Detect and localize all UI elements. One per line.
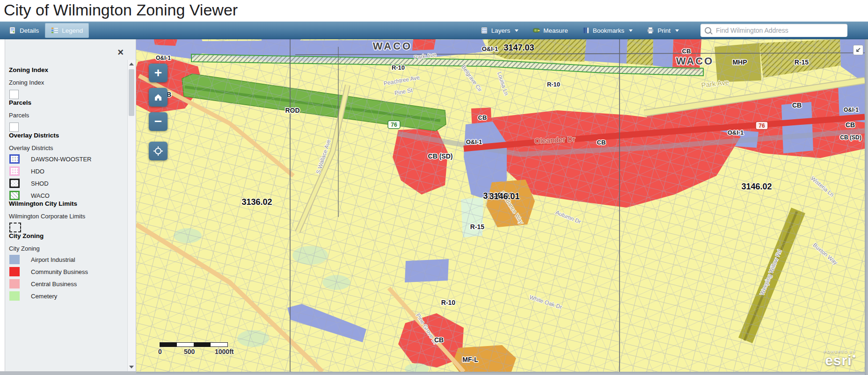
cemetery-swatch xyxy=(9,291,20,301)
print-icon xyxy=(647,27,654,34)
map-canvas[interactable]: Park AvePeachtree AvePine StBelgrave Cir… xyxy=(136,39,865,372)
legend-section-title: Wilmington City Limits xyxy=(5,200,136,207)
page-title: City of Wilmington Zoning Viewer xyxy=(4,1,238,19)
legend-panel: Zoning Index Zoning Index Parcels Parcel… xyxy=(5,39,136,371)
details-button[interactable]: Details xyxy=(3,23,45,38)
map-bottom-edge xyxy=(136,372,865,375)
route-shield: 76 xyxy=(388,121,400,129)
measure-button-label: Measure xyxy=(543,27,568,34)
layers-button-label: Layers xyxy=(491,27,511,34)
community-business-swatch xyxy=(9,267,20,276)
legend-item-label: HDO xyxy=(31,168,44,175)
legend-item-label: DAWSON-WOOSTER xyxy=(31,156,92,163)
toolbar-tools: Layers Measure Bookmarks xyxy=(481,24,865,37)
map-label: R-10 xyxy=(392,64,405,71)
legend-section-title: Overlay Districts xyxy=(5,132,136,139)
legend-layer-label: Zoning Index xyxy=(9,79,136,86)
scale-label-0: 0 xyxy=(158,348,162,355)
address-search-box xyxy=(700,24,847,37)
route-shield: 76 xyxy=(756,122,768,130)
map-label: WACO xyxy=(676,55,714,67)
legend-item: DAWSON-WOOSTER xyxy=(5,154,136,164)
legend-section-title: City Zoning xyxy=(5,232,136,239)
parcels-swatch xyxy=(9,123,19,132)
map-label: R-15 xyxy=(795,58,809,66)
zoom-in-button[interactable]: + xyxy=(149,64,168,82)
legend-item-label: SHOD xyxy=(31,180,49,187)
zoom-out-button[interactable]: − xyxy=(149,112,168,131)
scale-bar-segments xyxy=(160,342,228,347)
bookmarks-button-label: Bookmarks xyxy=(593,27,625,34)
panel-scrollbar[interactable] xyxy=(127,60,136,371)
corporate-limits-swatch xyxy=(9,223,21,232)
map-label: MHP xyxy=(732,58,747,66)
panel-bottom-edge xyxy=(0,371,136,375)
scale-label-1000: 1000ft xyxy=(215,348,233,355)
legend-icon xyxy=(51,27,58,34)
waco-swatch xyxy=(9,191,20,200)
map-label: O&I-1 xyxy=(728,129,744,136)
map-label: CB (SD) xyxy=(840,134,861,141)
legend-item-label: Airport Industrial xyxy=(31,256,75,263)
bookmarks-button[interactable]: Bookmarks xyxy=(582,27,633,34)
zoning-viewer-app: City of Wilmington Zoning Viewer Details… xyxy=(0,0,868,375)
shod-swatch xyxy=(9,179,20,188)
map-label: CB xyxy=(597,139,606,146)
legend-button-label: Legend xyxy=(62,27,83,34)
details-icon xyxy=(9,27,16,34)
home-icon xyxy=(153,93,163,102)
legend-layer-label: Parcels xyxy=(9,112,136,119)
legend-item: Community Business xyxy=(5,267,136,276)
scrollbar-thumb[interactable] xyxy=(129,69,134,116)
measure-button[interactable]: Measure xyxy=(532,27,568,34)
zoning-index-swatch xyxy=(9,90,19,99)
details-button-label: Details xyxy=(20,27,39,34)
scroll-down-icon[interactable] xyxy=(129,366,134,368)
legend-item-label: Central Business xyxy=(31,281,77,288)
layers-button[interactable]: Layers xyxy=(481,27,519,34)
map-label: CB xyxy=(682,48,691,55)
map-label: 3146.01 xyxy=(489,192,519,201)
map-label: WACO xyxy=(373,40,412,52)
bookmarks-icon xyxy=(582,27,590,34)
map-label: CB xyxy=(434,336,444,344)
esri-attribution: POWERED BY esri xyxy=(824,350,856,367)
measure-icon xyxy=(532,27,540,34)
search-icon xyxy=(705,27,711,34)
legend-item: Central Business xyxy=(5,279,136,288)
map-label: CB xyxy=(846,121,855,129)
hdo-swatch xyxy=(9,166,20,176)
svg-text:76: 76 xyxy=(391,122,397,128)
map-label: R-10 xyxy=(441,299,456,306)
locate-button[interactable] xyxy=(149,142,168,160)
dawson-wooster-swatch xyxy=(9,154,20,164)
map-label: CB xyxy=(792,101,802,109)
locate-icon xyxy=(153,146,163,156)
layers-icon xyxy=(481,27,488,34)
close-panel-button[interactable]: × xyxy=(117,49,124,56)
map-label: O&I-1 xyxy=(844,107,859,113)
home-button[interactable] xyxy=(149,88,168,107)
legend-button[interactable]: Legend xyxy=(45,23,89,38)
legend-layer-label: City Zoning xyxy=(9,245,136,252)
map-label: R-10 xyxy=(547,81,560,88)
map-label: O&I-1 xyxy=(482,45,498,52)
print-button[interactable]: Print xyxy=(647,27,679,34)
airport-industrial-swatch xyxy=(9,255,20,264)
zoning-map[interactable]: Park AvePeachtree AvePine StBelgrave Cir… xyxy=(136,39,865,372)
map-label: 3146.02 xyxy=(741,182,772,191)
map-right-edge xyxy=(865,39,868,375)
address-search-input[interactable] xyxy=(715,26,843,35)
scroll-up-icon[interactable] xyxy=(129,63,134,65)
overview-map-toggle[interactable] xyxy=(853,45,863,55)
legend-layer-label: Wilmington Corporate Limits xyxy=(9,213,136,220)
scale-label-500: 500 xyxy=(184,348,195,355)
print-button-label: Print xyxy=(657,27,671,34)
map-label: O&I-1 xyxy=(466,138,482,145)
chevron-down-icon xyxy=(629,29,633,32)
chevron-down-icon xyxy=(515,29,518,32)
legend-layer-label: Overlay Districts xyxy=(9,144,136,151)
map-label: O&I-1 xyxy=(156,55,171,61)
map-label: 3147.03 xyxy=(503,43,534,52)
legend-item-label: WACO xyxy=(31,192,50,199)
